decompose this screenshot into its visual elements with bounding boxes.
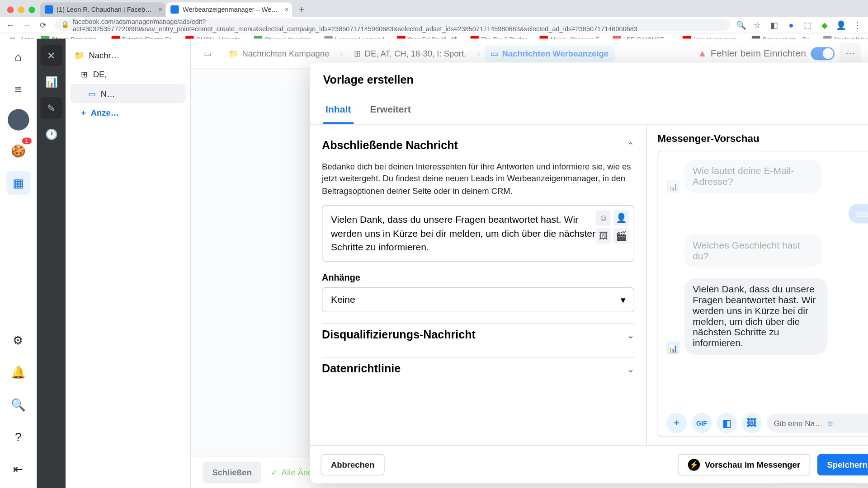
tab-advanced[interactable]: Erweitert [368,99,413,124]
add-icon: + [666,413,687,433]
campaign-row[interactable]: 📁 Nachr… [71,46,186,65]
close-tab-icon[interactable]: × [159,6,162,13]
global-rail: ⌂ ≡ 🍪1 ▦ ⚙ 🔔 🔍 ? ⇤ [0,39,37,488]
template-modal: Vorlage erstellen ✕ Inhalt Erweitert Abs… [310,62,868,483]
cookie-icon[interactable]: 🍪1 [6,139,30,163]
browser-tab-adsmanager[interactable]: Werbeanzeigenmanager – We… × [166,2,292,17]
cancel-button[interactable]: Abbrechen [321,454,384,475]
menu-icon[interactable]: ⋮ [853,20,863,29]
settings-icon[interactable]: ⚙ [6,328,30,352]
favicon-icon [171,5,179,14]
extension-icon[interactable]: ● [786,20,797,29]
tab-content[interactable]: Inhalt [323,99,354,124]
forward-icon[interactable]: → [21,20,32,29]
adset-row[interactable]: ⊞ DE, [71,65,186,84]
modal-form: Abschließende Nachricht ⌃ Bedanke dich b… [310,125,647,445]
editor-rail: ✕ 📊 ✎ 🕐 [37,39,66,488]
preview-question: Wie lautet deine E-Mail-Adresse? [684,160,821,193]
chevron-down-icon: ⌄ [627,363,634,375]
chevron-up-icon: ⌃ [627,140,634,151]
preview-frame: 📊 Wie lautet deine E-Mail-Adresse? test@… [658,151,868,437]
preview-final-message: Vielen Dank, dass du unsere Fragen beant… [684,278,827,355]
emoji-icon: ☺ [826,418,834,427]
attachments-select[interactable]: Keine ▾ [322,287,634,312]
personalize-icon[interactable]: 👤 [613,210,629,225]
preview-question: Welches Geschlecht hast du? [684,234,821,267]
notifications-icon[interactable]: 🔔 [6,361,30,385]
favicon-icon [45,5,53,14]
section-title: Disqualifizierungs-Nachricht [322,328,476,342]
section-description: Bedanke dich bei deinen Interessenten fü… [322,160,634,197]
new-tab-button[interactable]: + [295,2,309,17]
chevron-down-icon: ⌄ [627,329,634,341]
maximize-window-icon[interactable] [28,7,35,14]
close-tab-icon[interactable]: × [285,6,288,13]
history-icon[interactable]: 🕐 [41,123,62,145]
modal-tabs: Inhalt Erweitert [310,92,868,124]
home-icon[interactable]: ⌂ [6,45,30,69]
ad-row[interactable]: ▭ N… [71,84,186,103]
section-title: Abschließende Nachricht [322,139,458,152]
modal-title: Vorlage erstellen [323,73,414,92]
final-message-input[interactable]: Vielen Dank, dass du unsere Fragen beant… [322,205,634,262]
close-window-icon[interactable] [7,7,14,14]
section-header-final[interactable]: Abschließende Nachricht ⌃ [322,134,634,157]
extension-icon[interactable]: ⬚ [802,20,813,29]
add-ad-button[interactable]: + Anze… [71,103,186,122]
minimize-window-icon[interactable] [18,7,25,14]
search-icon[interactable]: 🔍 [6,393,30,417]
window-controls [4,7,40,17]
profile-icon[interactable]: 👤 [836,20,847,29]
textarea-value: Vielen Dank, dass du unsere Fragen beant… [331,215,598,253]
preview-title: Messenger-Vorschau [658,133,868,145]
star-icon[interactable]: ☆ [752,20,763,29]
video-icon[interactable]: 🎬 [613,228,629,244]
reload-icon[interactable]: ⟳ [38,20,49,29]
browser-chrome: (1) Leon R. Chaudhari | Faceb… × Werbean… [0,0,868,39]
page-avatar-icon: 📊 [666,342,679,355]
image-icon: 🖼 [741,413,762,433]
profile-avatar[interactable] [7,109,28,130]
sticker-icon: ◧ [717,413,737,433]
edit-icon[interactable]: ✎ [41,97,62,118]
structure-panel: 📁 Nachr… ⊞ DE, ▭ N… + Anze… [66,39,191,488]
section-header-disqual[interactable]: Disqualifizierungs-Nachricht ⌄ [322,324,634,347]
section-header-privacy[interactable]: Datenrichtlinie ⌄ [322,358,634,380]
address-bar[interactable]: 🔒 facebook.com/adsmanager/manage/ads/edi… [55,19,730,31]
preview-composer: + GIF ◧ 🖼 Gib eine Na…☺ 👍 [665,410,868,436]
chevron-down-icon: ▾ [621,294,626,305]
section-title: Datenrichtlinie [322,362,401,375]
preview-messenger-button[interactable]: ⚡ Vorschau im Messenger [678,454,811,475]
browser-tab-facebook[interactable]: (1) Leon R. Chaudhari | Faceb… × [40,2,166,17]
select-value: Keine [331,295,355,305]
chart-icon[interactable]: 📊 [41,71,62,92]
composer-input: Gib eine Na…☺ [767,413,868,432]
emoji-icon[interactable]: ☺ [595,210,611,225]
gif-icon: GIF [692,413,712,433]
messenger-preview-pane: Messenger-Vorschau 📊 Wie lautet deine E-… [647,125,868,445]
messenger-icon: ⚡ [688,459,700,470]
ads-manager-icon[interactable]: ▦ [6,171,30,195]
help-icon[interactable]: ? [6,425,30,449]
main-editor: ▭ 📁 Nachrichten Kampagne › ⊞ DE, AT, CH,… [191,39,868,488]
modal-footer: Abbrechen ⚡ Vorschau im Messenger Speich… [310,445,868,483]
zoom-icon[interactable]: 🔍 [736,20,746,29]
lock-icon: 🔒 [61,21,69,28]
tab-title: Werbeanzeigenmanager – We… [183,6,278,13]
attachments-label: Anhänge [322,272,634,282]
save-and-close-button[interactable]: Speichern und beenden [817,454,868,475]
menu-icon[interactable]: ≡ [6,77,30,101]
collapse-icon[interactable]: ⇤ [6,457,30,481]
back-icon[interactable]: ← [5,20,16,29]
extension-icon[interactable]: ◆ [819,20,830,29]
preview-answer: test@test.com [848,204,868,224]
tab-title: (1) Leon R. Chaudhari | Faceb… [57,6,151,13]
close-editor-icon[interactable]: ✕ [41,45,62,66]
extension-icon[interactable]: ◧ [769,20,780,29]
page-avatar-icon: 📊 [666,180,679,193]
image-icon[interactable]: 🖼 [595,228,611,244]
url-text: facebook.com/adsmanager/manage/ads/edit?… [73,18,724,32]
